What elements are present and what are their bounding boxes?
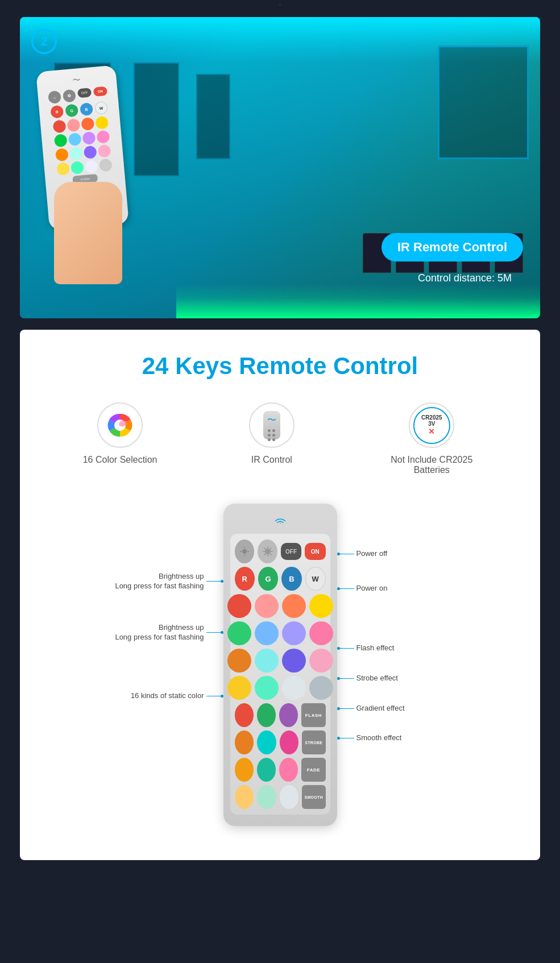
control-distance-text: Control distance: 5M [418,272,512,284]
annotation-gradient-effect: Gradient effect [337,704,462,713]
bottom-section: 24 Keys Remote Control [20,330,540,860]
annotation-line-r4 [340,678,354,679]
color-btn-13[interactable] [227,676,251,700]
color-btn-15[interactable] [282,676,306,700]
color-row4-1[interactable] [235,758,254,782]
feature-battery: + CR2025 3V ✕ Not Include CR2025 Batteri… [386,402,477,475]
step-number: 2 [40,34,47,49]
green-btn[interactable]: G [258,567,278,591]
remote-inner-panel: OFF ON R G B W [230,534,330,815]
color-row2-1[interactable] [235,703,254,727]
color-row5-2[interactable] [257,785,276,809]
color-row5-1[interactable] [235,785,254,809]
color-btn-7[interactable] [282,621,306,645]
color-btn-4[interactable] [309,594,333,618]
annotation-flash-effect-text: Flash effect [356,644,395,653]
annotation-line-1 [206,581,221,582]
annotation-static-colors: 16 kinds of static color [98,691,223,701]
svg-line-14 [264,547,266,549]
diagram-wrapper: Brightness upLong press for fast flashin… [37,504,523,826]
hero-image: 2 〜 ☼ ✿ OFF ON R G B W [20,17,540,318]
fade-btn[interactable]: FADE [301,758,325,782]
color-btn-11[interactable] [282,649,306,673]
white-btn[interactable]: W [305,567,326,591]
flash-btn[interactable]: FLASH [301,703,325,727]
annotation-brightness-up-1-text: Brightness upLong press for fast flashin… [115,572,204,591]
small-brightness-plus: ✿ [63,89,76,103]
color-btn-5[interactable] [227,621,251,645]
battery-model-text: CR2025 [421,414,442,421]
small-r-btn: R [50,105,64,119]
small-on-btn: ON [93,86,107,97]
right-annotations: Power off Power on Flash effect [337,504,462,748]
brightness-plus-btn[interactable] [258,539,277,563]
battery-x-mark: ✕ [428,427,435,436]
ir-remote-label: IR Remote Control [381,233,523,261]
color-btn-14[interactable] [255,676,279,700]
color-selection-label: 16 Color Selection [83,455,157,465]
top-section: 2 〜 ☼ ✿ OFF ON R G B W [20,17,540,318]
small-b-btn: B [80,102,93,116]
strobe-btn[interactable]: STROBE [302,730,326,754]
color-btn-8[interactable] [309,621,333,645]
ir-control-label: IR Control [251,455,292,465]
svg-line-16 [269,547,271,549]
feature-ir-control: 〜 IR Control [249,402,294,465]
remote-wifi-icon: 〜 [41,72,112,89]
annotation-static-colors-text: 16 kinds of static color [131,691,204,701]
small-w-btn: W [94,101,108,115]
color-row4-2[interactable] [257,758,276,782]
color-btn-2[interactable] [255,594,279,618]
annotation-smooth-effect: Smooth effect [337,733,462,743]
color-btn-6[interactable] [255,621,279,645]
color-row4-3[interactable] [279,758,298,782]
color-row3-3[interactable] [280,730,299,754]
annotation-line-r3 [340,648,354,649]
small-brightness-minus: ☼ [48,90,61,104]
power-off-btn[interactable]: OFF [281,543,301,560]
blue-btn[interactable]: B [281,567,301,591]
color-row3-2[interactable] [257,730,276,754]
color-row2-3[interactable] [279,703,298,727]
annotation-power-off-text: Power off [356,549,388,559]
color-wheel-circle [97,402,143,448]
battery-label-text: Not Include CR2025 Batteries [386,455,477,475]
left-annotations: Brightness upLong press for fast flashin… [98,504,223,705]
color-btn-10[interactable] [255,649,279,673]
ir-signal-icon: 〜 [267,414,276,426]
color-row5-3[interactable] [280,785,299,809]
color-btn-9[interactable] [227,649,251,673]
annotation-smooth-effect-text: Smooth effect [356,733,402,743]
annotation-line-r1 [340,554,354,554]
color-btn-16[interactable] [309,676,333,700]
battery-voltage-text: 3V [428,421,435,427]
color-btn-12[interactable] [309,649,333,673]
color-row2-2[interactable] [257,703,276,727]
battery-circle: + CR2025 3V ✕ [409,402,454,448]
annotation-dot-3 [221,695,223,698]
annotation-brightness-up-2-text: Brightness upLong press for fast flashin… [115,623,204,642]
step-number-badge: 2 [31,28,57,54]
svg-line-15 [269,554,271,555]
annotation-line-r6 [340,738,354,738]
color-row3-1[interactable] [235,730,254,754]
remote-hand-illustration: 〜 ☼ ✿ OFF ON R G B W [31,68,168,284]
color-btn-3[interactable] [282,594,306,618]
brightness-minus-btn[interactable] [235,539,255,563]
annotation-power-on: Power on [337,584,462,593]
red-btn[interactable]: R [235,567,255,591]
feature-color-selection: 16 Color Selection [83,402,157,465]
svg-line-17 [264,554,266,555]
wifi-signal-icon [272,512,289,526]
annotation-strobe-effect-text: Strobe effect [356,674,398,683]
annotation-line-3 [206,696,221,696]
annotation-gradient-effect-text: Gradient effect [356,704,405,713]
annotation-line-2 [206,632,221,633]
svg-point-9 [265,549,271,554]
power-on-btn[interactable]: ON [305,543,325,560]
smooth-btn[interactable]: SMOOTH [302,785,326,809]
annotation-dot-1 [221,580,223,583]
small-off-btn: OFF [77,88,92,98]
color-btn-1[interactable] [227,594,251,618]
annotation-strobe-effect: Strobe effect [337,674,462,683]
